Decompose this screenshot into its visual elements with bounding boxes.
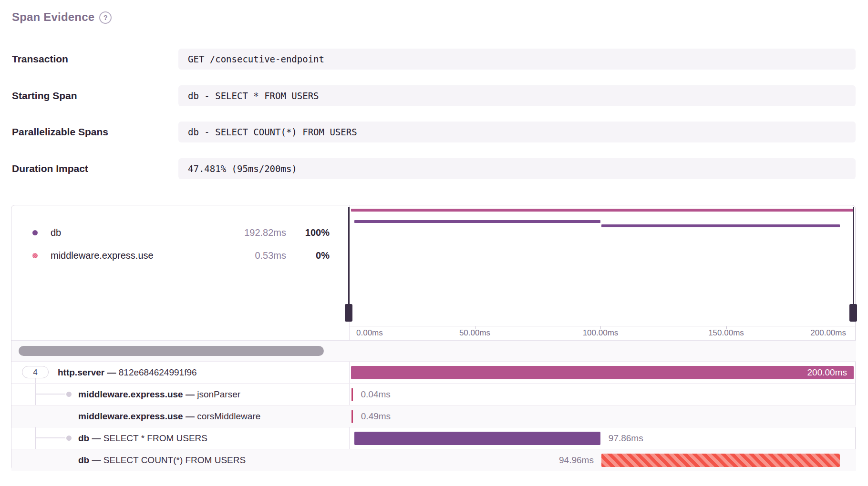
legend-row-middleware: middleware.express.use 0.53ms 0% (11, 249, 349, 262)
legend-op-label: db (51, 226, 61, 239)
kv-value-parallelizable-spans: db - SELECT COUNT(*) FROM USERS (178, 122, 856, 142)
legend-duration: 192.82ms (244, 226, 286, 239)
legend-row-db: db 192.82ms 100% (11, 226, 349, 239)
span-row-title: middleware.express.use — corsMiddleware (78, 405, 260, 427)
kv-label-starting-span: Starting Span (12, 85, 77, 106)
axis-tick-label: 100.00ms (583, 328, 619, 338)
minimap-bar-db-count (601, 224, 840, 227)
minimap-right-drag-handle[interactable] (849, 304, 857, 322)
span-evidence-page: Span Evidence? Transaction GET /consecut… (0, 0, 868, 486)
span-row-title: middleware.express.use — jsonParser (78, 384, 240, 405)
page-title-text: Span Evidence (12, 10, 94, 23)
span-bar-db-count-offender[interactable] (601, 454, 840, 467)
dash-separator: — (186, 411, 195, 421)
middleware-color-dot-icon (32, 253, 38, 258)
span-bar-http-server[interactable]: 200.00ms (351, 366, 854, 379)
span-row-jsonparser: middleware.express.use — jsonParser 0.04… (11, 383, 856, 405)
legend-percent: 100% (305, 226, 330, 239)
kv-value-transaction: GET /consecutive-endpoint (178, 49, 856, 70)
axis-tick-label: 50.00ms (459, 328, 490, 338)
dash-separator: — (186, 389, 195, 399)
db-color-dot-icon (32, 230, 38, 235)
span-duration-label: 0.49ms (361, 405, 391, 427)
dash-separator: — (92, 455, 101, 465)
axis-tick-label: 0.00ms (356, 328, 383, 338)
span-row-http-server: 4 http.server — 812e684624991f96 200.00m… (11, 361, 856, 383)
span-row-db-count: db — SELECT COUNT(*) FROM USERS 94.96ms (11, 449, 856, 471)
dash-separator: — (92, 433, 101, 443)
tree-scrollbar-track (11, 340, 856, 361)
legend-duration: 0.53ms (255, 249, 286, 262)
span-row-title: db — SELECT * FROM USERS (78, 427, 207, 449)
minimap-left-drag-handle[interactable] (345, 304, 352, 322)
dash-separator: — (107, 367, 116, 377)
span-row-title: db — SELECT COUNT(*) FROM USERS (78, 449, 246, 471)
span-duration-label: 200.00ms (807, 366, 847, 379)
time-axis: 0.00ms50.00ms100.00ms150.00ms200.00ms (349, 326, 856, 340)
span-duration-label: 94.96ms (559, 449, 594, 471)
kv-label-transaction: Transaction (12, 49, 68, 70)
span-row-title: http.server — 812e684624991f96 (58, 362, 197, 384)
help-icon[interactable]: ? (99, 11, 112, 24)
axis-tick-label: 150.00ms (708, 328, 744, 338)
span-bar-db-select[interactable] (354, 432, 600, 445)
children-count-badge[interactable]: 4 (22, 366, 49, 378)
minimap-bar-db-select (354, 220, 600, 223)
span-row-db-select: db — SELECT * FROM USERS 97.86ms (11, 427, 856, 449)
kv-value-duration-impact: 47.481% (95ms/200ms) (178, 158, 856, 179)
kv-value-starting-span: db - SELECT * FROM USERS (178, 85, 856, 106)
span-row-corsmiddleware: middleware.express.use — corsMiddleware … (11, 405, 856, 427)
span-duration-label: 97.86ms (609, 427, 643, 449)
minimap-bar-http-server (351, 209, 854, 212)
span-waterfall-card: db 192.82ms 100% middleware.express.use … (11, 205, 856, 471)
tree-scrollbar-thumb[interactable] (19, 346, 324, 356)
page-title: Span Evidence? (12, 10, 112, 24)
axis-tick-label: 200.00ms (810, 328, 846, 338)
legend-op-label: middleware.express.use (51, 249, 154, 262)
span-duration-label: 0.04ms (361, 384, 391, 405)
kv-label-parallelizable-spans: Parallelizable Spans (12, 122, 108, 142)
span-bar-corsmiddleware[interactable] (351, 410, 353, 423)
legend-percent: 0% (316, 249, 330, 262)
span-bar-jsonparser[interactable] (351, 388, 353, 401)
kv-label-duration-impact: Duration Impact (12, 158, 88, 179)
